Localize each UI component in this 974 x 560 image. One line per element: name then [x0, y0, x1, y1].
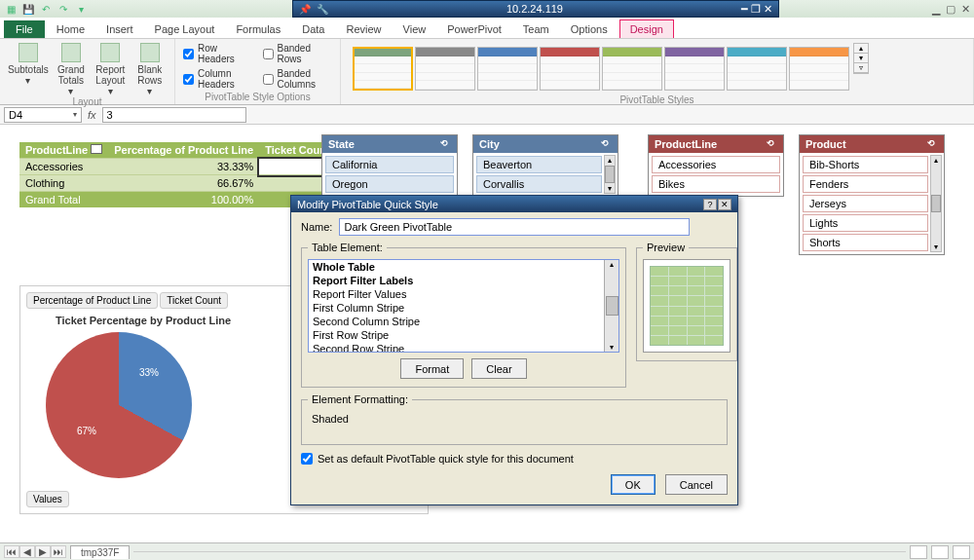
slicer-item[interactable]: Jerseys	[803, 195, 928, 212]
slicer-item[interactable]: Shorts	[803, 234, 928, 251]
close-icon[interactable]: ✕	[961, 3, 970, 16]
sheet-nav[interactable]: ⏮◀▶⏭	[4, 545, 66, 558]
slicer-item[interactable]: Fenders	[803, 175, 928, 193]
filter-icon[interactable]	[91, 144, 102, 154]
ribbon-tab-design[interactable]: Design	[619, 19, 674, 38]
style-thumb[interactable]	[664, 47, 725, 91]
normal-view-icon[interactable]	[910, 545, 927, 559]
slicer-state[interactable]: State⟲ CaliforniaOregon	[321, 134, 458, 197]
style-name-input[interactable]	[339, 218, 690, 236]
table-element-item[interactable]: Second Row Stripe	[309, 342, 618, 353]
banded-columns-checkbox[interactable]: Banded Columns	[263, 68, 333, 90]
pivot-cell[interactable]: 33.33%	[108, 159, 259, 175]
slicer-product[interactable]: Product⟲ Bib-ShortsFendersJerseysLightsS…	[799, 134, 945, 255]
values-button[interactable]: Values	[26, 491, 69, 507]
ribbon-tab-options[interactable]: Options	[561, 20, 618, 38]
ribbon-tab-data[interactable]: Data	[292, 20, 334, 38]
style-thumb[interactable]	[477, 47, 538, 91]
pivot-header[interactable]: ProductLine	[19, 142, 108, 159]
slicer-productline[interactable]: ProductLine⟲ AccessoriesBikes	[648, 134, 784, 197]
row-headers-checkbox[interactable]: Row Headers	[183, 43, 253, 64]
table-element-item[interactable]: First Row Stripe	[309, 328, 618, 342]
sheet-tab[interactable]: tmp337F	[70, 545, 130, 559]
name-box[interactable]: D4 ▾	[4, 107, 82, 123]
chevron-down-icon[interactable]: ▾	[73, 110, 77, 119]
listbox-scrollbar[interactable]: ▴▾	[604, 260, 618, 352]
table-element-item[interactable]: Whole Table	[309, 260, 618, 274]
chart-tab[interactable]: Ticket Count	[160, 292, 228, 309]
page-break-view-icon[interactable]	[953, 545, 970, 559]
ribbon-tab-review[interactable]: Review	[336, 20, 391, 38]
close-icon[interactable]: ✕	[718, 199, 731, 210]
ribbon-tab-formulas[interactable]: Formulas	[226, 20, 290, 38]
column-headers-checkbox[interactable]: Column Headers	[183, 68, 253, 90]
default-style-checkbox[interactable]	[301, 453, 313, 465]
grand-totals-button[interactable]: Grand Totals▾	[55, 43, 88, 96]
clear-filter-icon[interactable]: ⟲	[764, 138, 777, 150]
banded-rows-checkbox[interactable]: Banded Rows	[263, 43, 333, 64]
slicer-scrollbar[interactable]: ▴▾	[930, 155, 942, 252]
slicer-scrollbar[interactable]: ▴▾	[604, 155, 616, 194]
restore-icon[interactable]: ▢	[946, 3, 955, 16]
slicer-item[interactable]: Bib-Shorts	[803, 156, 928, 173]
undo-icon[interactable]: ↶	[39, 2, 53, 16]
formula-input[interactable]	[102, 107, 246, 123]
remote-restore-icon[interactable]: ❐	[751, 3, 761, 15]
remote-close-icon[interactable]: ✕	[764, 3, 772, 15]
slicer-item[interactable]: California	[325, 156, 454, 173]
pivot-header[interactable]: Percentage of Product Line	[108, 142, 259, 159]
slicer-item[interactable]: Corvallis	[476, 175, 602, 193]
clear-filter-icon[interactable]: ⟲	[598, 138, 612, 150]
pivot-cell[interactable]: 66.67%	[108, 175, 259, 192]
pivot-table[interactable]: ProductLine Percentage of Product Line T…	[19, 142, 336, 207]
style-thumb-selected[interactable]	[353, 47, 413, 91]
styles-more[interactable]: ▴▾▿	[853, 43, 869, 74]
save-icon[interactable]: 💾	[21, 2, 35, 16]
style-thumb[interactable]	[540, 47, 600, 91]
ribbon-tab-powerpivot[interactable]: PowerPivot	[437, 20, 511, 38]
slicer-item[interactable]: Accessories	[652, 156, 780, 173]
pivot-cell[interactable]: Grand Total	[19, 192, 108, 208]
table-element-item[interactable]: Report Filter Values	[309, 287, 618, 301]
pivot-cell[interactable]: Clothing	[19, 175, 108, 192]
style-thumb[interactable]	[602, 47, 662, 91]
table-element-item[interactable]: First Column Stripe	[309, 301, 618, 315]
slicer-item[interactable]: Oregon	[325, 175, 454, 193]
fx-icon[interactable]: fx	[88, 109, 96, 121]
slicer-city[interactable]: City⟲ BeavertonCorvallis▴▾	[472, 134, 618, 197]
slicer-item[interactable]: Beaverton	[476, 156, 602, 173]
table-element-list[interactable]: Whole TableReport Filter LabelsReport Fi…	[308, 259, 619, 353]
help-icon[interactable]: ?	[703, 199, 717, 210]
format-button[interactable]: Format	[400, 358, 464, 379]
ok-button[interactable]: OK	[611, 474, 656, 495]
report-layout-button[interactable]: Report Layout▾	[94, 43, 127, 96]
subtotals-button[interactable]: Subtotals▾	[8, 43, 49, 96]
style-thumb[interactable]	[415, 47, 475, 91]
ribbon-tab-view[interactable]: View	[393, 20, 436, 38]
clear-filter-icon[interactable]: ⟲	[437, 138, 451, 150]
table-element-item[interactable]: Second Column Stripe	[309, 315, 618, 328]
ribbon-tab-insert[interactable]: Insert	[96, 20, 143, 38]
pivot-cell[interactable]: 100.00%	[108, 192, 259, 208]
cancel-button[interactable]: Cancel	[665, 474, 728, 495]
styles-gallery[interactable]	[349, 43, 853, 94]
file-tab[interactable]: File	[4, 20, 45, 38]
blank-rows-button[interactable]: Blank Rows▾	[133, 43, 167, 96]
qat-dropdown-icon[interactable]: ▾	[74, 2, 88, 16]
worksheet[interactable]: ProductLine Percentage of Product Line T…	[0, 125, 974, 542]
slicer-item[interactable]: Bikes	[652, 175, 780, 193]
chart-tab[interactable]: Percentage of Product Line	[26, 292, 158, 309]
clear-filter-icon[interactable]: ⟲	[924, 138, 938, 150]
minimize-icon[interactable]: ▁	[932, 3, 940, 16]
ribbon-tab-home[interactable]: Home	[47, 20, 94, 38]
clear-button[interactable]: Clear	[471, 358, 526, 379]
remote-minimize-icon[interactable]: ━	[741, 3, 748, 15]
ribbon-tab-pagelayout[interactable]: Page Layout	[145, 20, 225, 38]
tools-icon[interactable]: 🔧	[317, 4, 328, 15]
ribbon-tab-team[interactable]: Team	[513, 20, 559, 38]
pin-icon[interactable]: 📌	[299, 4, 311, 15]
page-layout-view-icon[interactable]	[931, 545, 949, 559]
redo-icon[interactable]: ↷	[56, 2, 70, 16]
style-thumb[interactable]	[727, 47, 787, 91]
slicer-item[interactable]: Lights	[803, 214, 928, 232]
